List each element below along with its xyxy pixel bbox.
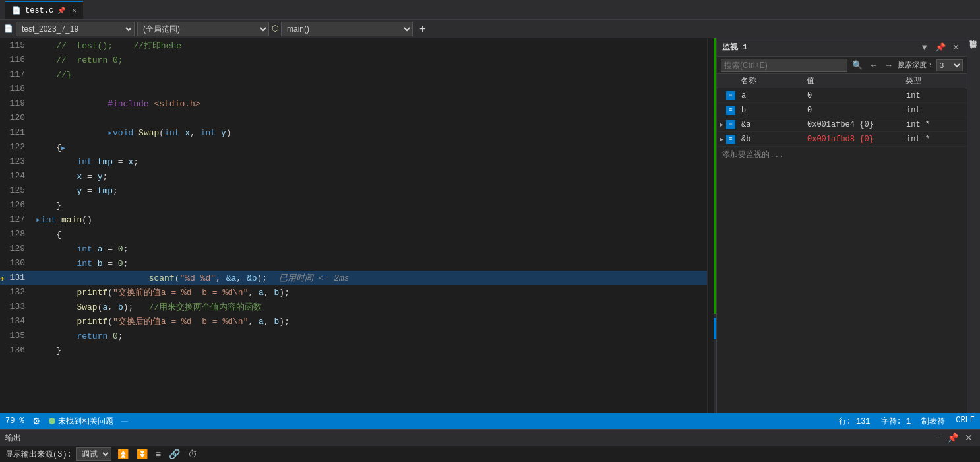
watch-row-addr-a[interactable]: ▶ ≡ &a 0x001afbe4 {0} int *: [717, 117, 967, 132]
code-line-136: 136 }: [0, 343, 707, 358]
watch-nav-forward-button[interactable]: →: [882, 60, 895, 70]
func-icon: ⬡: [272, 24, 278, 34]
var-icon-addr-b: ≡: [726, 135, 735, 144]
watch-row-addr-b[interactable]: ▶ ≡ &b 0x001afbd8 {0} int *: [717, 132, 967, 147]
expand-addr-b[interactable]: ▶: [717, 135, 726, 143]
editor-tab[interactable]: 📄 test.c 📌 ✕: [5, 1, 83, 19]
watch-pin-button[interactable]: 📌: [933, 42, 948, 52]
watch-search-button[interactable]: 🔍: [850, 60, 865, 70]
code-line-125: 125 y = tmp;: [0, 183, 707, 198]
line-num-132: 132: [0, 285, 30, 300]
file-select[interactable]: test_2023_7_19: [16, 22, 135, 36]
tab-type: 制表符: [921, 416, 945, 427]
add-watch-text[interactable]: 添加要监视的...: [717, 147, 967, 163]
line-num-122: 122: [0, 140, 30, 154]
line-num-125: 125: [0, 183, 30, 198]
watch-nav-back-button[interactable]: ←: [867, 60, 880, 70]
watch-header: 监视 1 ▼ 📌 ✕: [717, 38, 967, 57]
app-wrapper: 📄 test.c 📌 ✕ 📄 test_2023_7_19 (全局范围) ⬡ m…: [0, 0, 980, 462]
watch-close-button[interactable]: ✕: [950, 42, 962, 52]
var-icon-a: ≡: [726, 91, 735, 100]
watch-type-addr-a: int *: [902, 120, 967, 129]
code-line-135: 135 return 0;: [0, 329, 707, 343]
watch-row-a[interactable]: ≡ a 0 int: [717, 88, 967, 103]
code-line-126: 126 }: [0, 198, 707, 213]
tab-close-button[interactable]: ✕: [72, 6, 77, 15]
watch-col-value-header: 值: [803, 75, 902, 86]
line-num-136: 136: [0, 343, 30, 358]
output-collapse-button[interactable]: −: [933, 432, 942, 443]
output-title: 输出: [5, 432, 21, 444]
output-pin-button[interactable]: 📌: [945, 432, 960, 443]
settings-icon-button[interactable]: ⚙: [32, 416, 41, 426]
watch-name-b: b: [737, 106, 803, 115]
file-icon: 📄: [12, 6, 21, 15]
code-line-115: 115 // test(); //打印hehe: [0, 38, 707, 53]
output-scroll-bottom-button[interactable]: ⏬: [135, 449, 150, 459]
status-right: 行: 131 字符: 1 制表符 CRLF: [839, 416, 975, 427]
right-sidebar-tab[interactable]: 活动视图 1: [967, 38, 980, 462]
output-link-button[interactable]: 🔗: [167, 449, 182, 459]
line-num-117: 117: [0, 67, 30, 82]
line-ending: CRLF: [956, 416, 975, 427]
watch-title: 监视 1: [722, 42, 747, 53]
char-info: 字符: 1: [881, 416, 911, 427]
editor-scrollbar[interactable]: [707, 38, 716, 462]
code-line-127: 127 ▸int main(): [0, 213, 707, 227]
sidebar-tab-label: 活动视图 1: [969, 45, 979, 53]
code-line-116: 116 // return 0;: [0, 53, 707, 67]
watch-type-b: int: [902, 106, 967, 115]
line-num-116: 116: [0, 53, 30, 67]
toolbar-row: 📄 test_2023_7_19 (全局范围) ⬡ main() +: [0, 20, 980, 38]
line-num-128: 128: [0, 227, 30, 242]
editor-watch-row: 115 // test(); //打印hehe 116 // return 0;…: [0, 38, 980, 462]
watch-dropdown-button[interactable]: ▼: [918, 42, 931, 52]
watch-search-input[interactable]: [721, 59, 847, 72]
file-icon-toolbar: 📄: [4, 24, 13, 33]
output-source-select[interactable]: 调试: [76, 447, 111, 461]
code-line-131: ➜ 131 scanf("%d %d", &a, &b); 已用时间 <= 2m…: [0, 271, 707, 285]
watch-value-addr-a: 0x001afbe4 {0}: [803, 120, 902, 129]
watch-col-type-header: 类型: [902, 75, 967, 86]
code-line-121: 121 ▸void Swap(int x, int y): [0, 125, 707, 140]
line-num-119: 119: [0, 96, 30, 111]
output-source-row: 显示输出来源(S): 调试 ⏫ ⏬ ≡ 🔗 ⏱: [0, 446, 980, 462]
output-header: 输出 − 📌 ✕: [0, 430, 980, 446]
line-num-120: 120: [0, 111, 30, 125]
scope-select[interactable]: (全局范围): [137, 22, 269, 36]
var-icon-addr-a: ≡: [726, 120, 735, 129]
tab-title: test.c: [25, 6, 53, 15]
line-num-115: 115: [0, 38, 30, 53]
watch-name-a: a: [737, 91, 803, 100]
output-scroll-top-button[interactable]: ⏫: [115, 449, 131, 459]
line-num-123: 123: [0, 154, 30, 169]
line-num-134: 134: [0, 314, 30, 329]
line-num-126: 126: [0, 198, 30, 213]
line-info: 行: 131: [839, 416, 871, 427]
watch-row-b[interactable]: ≡ b 0 int: [717, 103, 967, 117]
line-num-131: 131: [0, 271, 30, 285]
expand-addr-a[interactable]: ▶: [717, 121, 726, 129]
code-line-134: 134 printf("交换后的值a = %d b = %d\n", a, b)…: [0, 314, 707, 329]
output-timer-button[interactable]: ⏱: [186, 449, 199, 459]
func-select[interactable]: main(): [281, 22, 413, 36]
code-line-129: 129 int a = 0;: [0, 242, 707, 256]
status-bar: 79 % ⚙ 未找到相关问题 行: 131 字符: 1 制表符 CRLF: [0, 413, 980, 429]
line-num-121: 121: [0, 125, 30, 140]
watch-name-addr-b: &b: [737, 135, 803, 144]
output-header-buttons: − 📌 ✕: [933, 432, 975, 443]
editor-scroll[interactable]: 115 // test(); //打印hehe 116 // return 0;…: [0, 38, 716, 462]
code-line-123: 123 int tmp = x;: [0, 154, 707, 169]
status-issue: 未找到相关问题: [49, 416, 113, 427]
line-num-135: 135: [0, 329, 30, 343]
line-num-130: 130: [0, 256, 30, 271]
code-line-122: 122 {▶: [0, 140, 707, 154]
line-num-133: 133: [0, 300, 30, 314]
search-depth-select[interactable]: 3: [936, 59, 963, 71]
add-watch-button[interactable]: +: [415, 22, 429, 36]
output-close-button[interactable]: ✕: [963, 432, 975, 443]
watch-name-addr-a: &a: [737, 120, 803, 129]
watch-value-b: 0: [803, 106, 902, 115]
code-line-128: 128 {: [0, 227, 707, 242]
output-clear-button[interactable]: ≡: [154, 449, 163, 459]
